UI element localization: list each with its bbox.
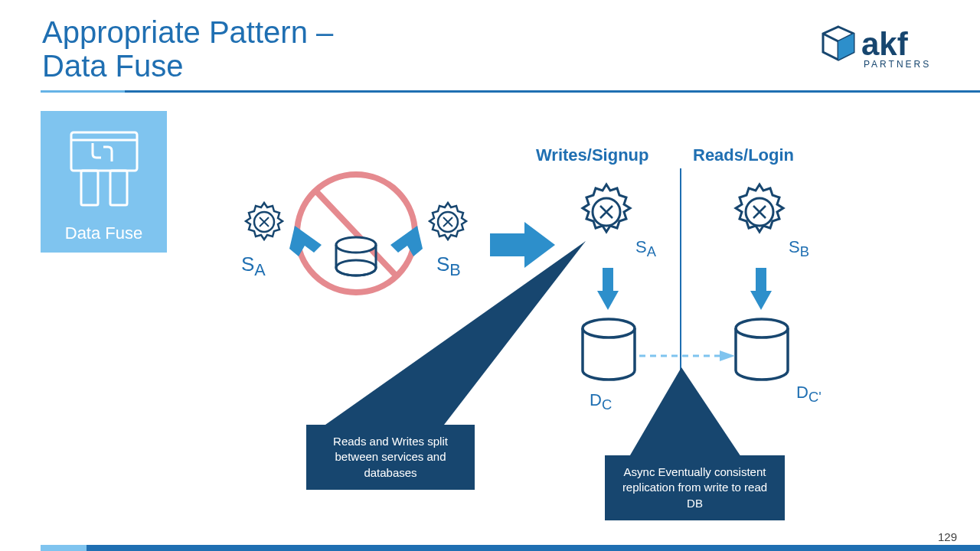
tile-label: Data Fuse — [41, 223, 167, 243]
down-arrow-icon — [750, 268, 772, 310]
gear-icon — [574, 180, 639, 245]
replication-arrow — [639, 348, 739, 364]
label-dc: DC — [590, 390, 612, 413]
svg-marker-15 — [490, 222, 555, 268]
logo-sub-text: PARTNERS — [864, 59, 931, 70]
label-sb-left: SB — [436, 253, 461, 280]
svg-marker-23 — [720, 350, 735, 361]
svg-marker-25 — [628, 367, 743, 459]
svg-rect-5 — [81, 171, 98, 205]
gear-icon — [425, 199, 471, 245]
database-icon — [731, 318, 792, 386]
label-dcprime: DC' — [796, 383, 822, 406]
label-sb-right: SB — [789, 237, 809, 260]
svg-rect-3 — [71, 132, 137, 171]
logo-main-text: akf — [861, 26, 909, 62]
svg-line-8 — [315, 191, 397, 276]
svg-marker-12 — [390, 226, 423, 256]
svg-point-10 — [336, 260, 376, 276]
database-icon — [578, 318, 639, 386]
svg-rect-6 — [110, 171, 127, 205]
title-underline — [41, 90, 980, 93]
svg-marker-19 — [750, 268, 772, 310]
svg-marker-18 — [597, 268, 619, 310]
slide-title: Appropriate Pattern – Data Fuse — [42, 15, 333, 83]
svg-point-20 — [583, 319, 635, 337]
title-line2: Data Fuse — [42, 49, 184, 83]
down-arrow-icon — [597, 268, 619, 310]
svg-marker-2 — [838, 34, 854, 60]
gear-icon — [241, 199, 287, 245]
slide: Appropriate Pattern – Data Fuse akf PART… — [0, 0, 980, 551]
writes-heading: Writes/Signup — [536, 145, 649, 165]
fuse-icon — [62, 125, 146, 217]
svg-point-9 — [336, 237, 376, 253]
footer-bar — [41, 545, 980, 551]
svg-marker-11 — [289, 226, 322, 256]
divider-line — [680, 168, 681, 421]
big-arrow-icon — [490, 222, 555, 268]
page-number: 129 — [938, 530, 957, 543]
annotation-replication: Async Eventually consistent replication … — [605, 455, 785, 520]
data-fuse-tile: Data Fuse — [41, 111, 167, 253]
annotation-split: Reads and Writes split between services … — [306, 425, 475, 490]
akf-logo: akf PARTNERS — [819, 23, 946, 73]
label-sa-right: SA — [635, 237, 656, 260]
gear-icon — [727, 180, 792, 245]
label-sa-left: SA — [241, 253, 266, 280]
reads-heading: Reads/Login — [693, 145, 794, 165]
svg-point-21 — [736, 319, 788, 337]
title-line1: Appropriate Pattern – — [42, 15, 333, 49]
